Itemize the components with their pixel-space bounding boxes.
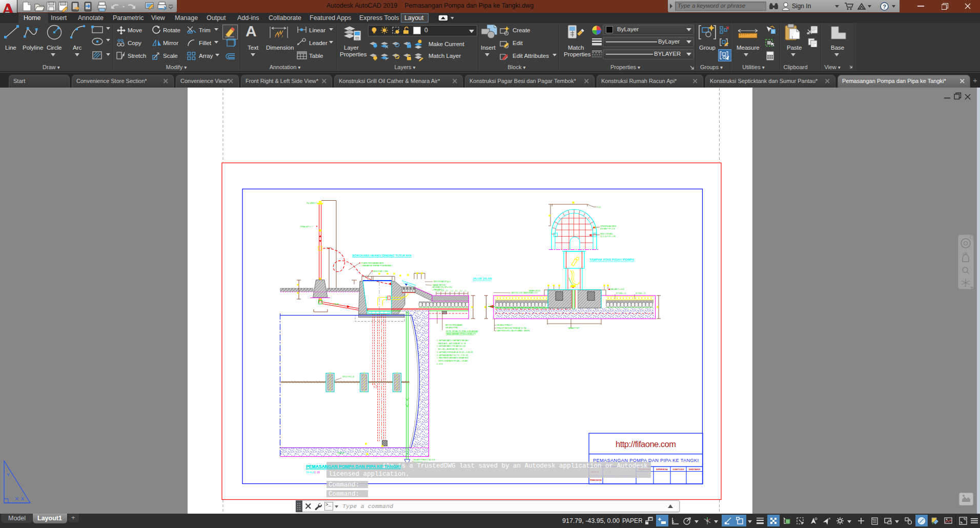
svg-text:4+5: 4+5 <box>455 290 458 292</box>
svg-text:TANAH URUG: TANAH URUG <box>528 290 540 292</box>
svg-text:4+5: 4+5 <box>437 290 439 292</box>
svg-text:B/C-CM + AGREGAT B2 / CM: B/C-CM + AGREGAT B2 / CM <box>437 348 462 350</box>
svg-text:Y: Y <box>7 472 10 477</box>
svg-text:5. PASI PASIR DAN BATU GENAP B: 5. PASI PASIR DAN BATU GENAP B34 <box>437 357 468 359</box>
svg-text:1+1: 1+1 <box>451 290 453 292</box>
svg-text:KALI AN 2 = 6.40: KALI AN 2 = 6.40 <box>610 288 624 290</box>
svg-text:4. LAPISAN ASPALT 60 / 70 - 3: 4. LAPISAN ASPALT 60 / 70 - 3 PK / M² <box>437 354 469 356</box>
svg-text:PADA GAMBAR PIPING DETAIL P.2: PADA GAMBAR PIPING DETAIL P.2 <box>446 333 476 335</box>
svg-text:SIRTU DIRATAKN PECAH + CELAH: SIRTU DIRATAKN PECAH + CELAH <box>437 360 468 362</box>
svg-text:1 :20: 1 :20 <box>314 471 320 474</box>
svg-text:+5: +5 <box>464 290 466 292</box>
svg-text:PIPA GIP ¾: PIPA GIP ¾ <box>337 452 346 454</box>
svg-text:Ø 7 KM + 11: Ø 7 KM + 11 <box>616 292 626 294</box>
svg-text:PLANK PENGAMAN BESI: PLANK PENGAMAN BESI <box>361 262 384 264</box>
svg-text:TAMPAK ATAS PISIAU POMPA: TAMPAK ATAS PISIAU POMPA <box>589 258 634 261</box>
svg-text:http://fifaone.com: http://fifaone.com <box>616 439 676 449</box>
svg-text:BONGKAR/LUBANGI DINDING TUTUP: BONGKAR/LUBANGI DINDING TUTUP NYA <box>352 254 412 257</box>
svg-text:DAN PENGUNCI JALUR KABEL² MESI: DAN PENGUNCI JALUR KABEL² MESIN <box>497 330 530 332</box>
svg-text:GELANG PIPA: GELANG PIPA <box>445 327 458 329</box>
svg-text:DISETUJUI: DISETUJUI <box>673 468 684 471</box>
svg-text:PASIR AYK + AIR DIPADAT 10 / M: PASIR AYK + AIR DIPADAT 10 / M <box>437 343 466 345</box>
svg-text:BETON MAX Ø:(p):L: BETON MAX Ø:(p):L <box>434 281 451 283</box>
svg-text:TANAH PONT: TANAH PONT <box>568 327 580 329</box>
svg-text:6. 2X70: 6. 2X70 <box>437 363 443 365</box>
svg-text:BESI COR ANL: BESI COR ANL <box>600 233 613 235</box>
svg-text:PIPA GIP MEDIUM TERBUAT 3L TBL: PIPA GIP MEDIUM TERBUAT 3L TBL <box>497 327 527 329</box>
svg-text:2 BUA: 2 BUA <box>333 303 339 305</box>
svg-text:SPESIFIKASI BESI: SPESIFIKASI BESI <box>600 225 616 227</box>
svg-text:BESI PLAT 2 MM: BESI PLAT 2 MM <box>373 270 388 272</box>
svg-text:DIPERIKSA: DIPERIKSA <box>656 468 668 471</box>
svg-text:PEMOHON: PEMOHON <box>590 479 602 481</box>
svg-text:4+1: 4+1 <box>441 290 444 292</box>
svg-text:X: X <box>21 496 24 501</box>
svg-text:RABAT BETON: RABAT BETON <box>433 284 445 286</box>
svg-text:PIPA GIP 1 ½": PIPA GIP 1 ½" <box>300 225 314 228</box>
svg-text:2. LAPISAN BATU² PECAH 5/C-CM: 2. LAPISAN BATU² PECAH 5/C-CM <box>437 345 465 347</box>
svg-text:NOTE: DETAIL PL PIPA² DIJELASK: NOTE: DETAIL PL PIPA² DIJELASKAN <box>446 330 478 332</box>
svg-text:DIKETAHUI: DIKETAHUI <box>689 468 701 471</box>
svg-text:?: ? <box>883 4 886 10</box>
svg-text:Pb VENT: Pb VENT <box>307 202 315 204</box>
svg-text:BETON COR CAMPURAN 1:2:3: BETON COR CAMPURAN 1:2:3 <box>512 292 538 294</box>
svg-text:2.5: 2.5 <box>446 290 448 292</box>
svg-text:GELANG PIPA Ø 2": GELANG PIPA Ø 2" <box>497 324 513 326</box>
svg-text:BETON PENGAMAN: BETON PENGAMAN <box>445 324 462 326</box>
svg-text:4+1: 4+1 <box>460 290 462 292</box>
svg-text:Ø 8 MM TYP. COL: Ø 8 MM TYP. COL <box>600 228 616 230</box>
svg-text:1. LAPISAN BATU² DAN BATU BELA: 1. LAPISAN BATU² DAN BATU BELAH / <box>437 340 469 342</box>
svg-text:JALUR JALAN: JALUR JALAN <box>473 277 492 280</box>
svg-text:( BIASANYA TEMPAT POMPA BBM ): ( BIASANYA TEMPAT POMPA BBM ) <box>361 265 393 267</box>
svg-text:6.10: 6.10 <box>597 206 601 208</box>
svg-text:20 X 20 TYP. COR: 20 X 20 TYP. COR <box>600 236 616 238</box>
svg-text:SPUIT PVC Ø: SPUIT PVC Ø <box>342 376 354 378</box>
svg-text:Ø 7 KM + 15: Ø 7 KM + 15 <box>636 292 646 294</box>
svg-text:3. LAPISAN STENSLAG A / B CM +: 3. LAPISAN STENSLAG A / B CM + 3 / A CM <box>437 351 473 353</box>
svg-text:SKALA: SKALA <box>306 471 315 474</box>
svg-text:GELANG PIPA Ø 2" An 3CR: GELANG PIPA Ø 2" An 3CR <box>413 459 435 461</box>
svg-text:ADUKAN 1Pc:3Psr:5Krl: ADUKAN 1Pc:3Psr:5Krl <box>433 286 452 288</box>
